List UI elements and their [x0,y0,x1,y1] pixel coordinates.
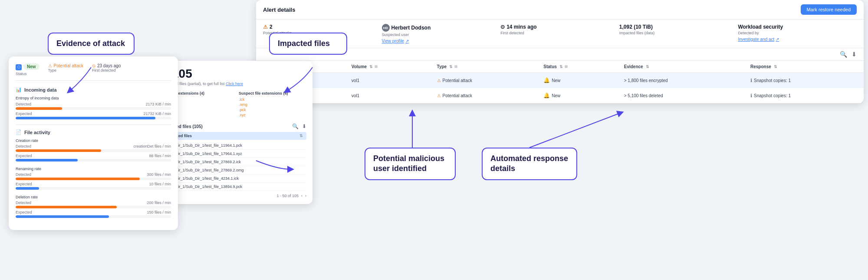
chart-icon: 📊 [16,87,22,92]
middle-panel: ⚠ 105 Impacted files (partial), to get f… [156,61,312,204]
callout-malicious-text: Potential malicioususer identified [373,154,444,173]
sort-icon: ⇅ [299,134,303,138]
left-panel: ⬡ New Status ⚠ Potential attack Type ⊙ 2… [9,56,178,230]
callout-malicious: Potential malicioususer identified [365,148,456,180]
download-toolbar-icon[interactable]: ⬇ [852,51,857,58]
impacted-value: 1,092 (10 TiB) [619,24,731,30]
file-row: /Top_Dir_1/Sub_Dir_1/test_file_13894.9.p… [162,183,306,191]
bell-icon: 🔔 [543,77,550,83]
cell-volume: vol1 [346,88,432,103]
main-container: Evidence of attack Impacted files Potent… [0,0,868,280]
expected-bar-track [16,117,171,119]
attacks-value: ⚠ 2 [263,24,375,30]
status-item: ⬡ New Status [16,63,39,76]
detected-item: ⊙ 23 days ago First detected [92,63,121,76]
impacted-meta-label: Impacted files (data) [619,31,731,35]
suspect-ext-1: .ick [239,97,306,102]
table-row: inc002 vol1 ⚠ Potential attack 🔔 New [256,88,864,103]
entropy-detected-row: Detected 2173 KiB / min [16,102,171,110]
click-here-link[interactable]: Click here [226,82,243,86]
files-list: /Top_Dir_1/Sub_Dir_1/test_file_11964.1.p… [162,142,306,191]
detected-bar-fill [16,107,62,110]
cell-response: ℹ Snapshot copies: 1 [745,73,864,88]
user-value: HD Herbert Dodson [382,24,494,32]
bell-icon: 🔔 [543,92,550,99]
type-item: ⚠ Potential attack Type [48,63,83,76]
renaming-section: Renaming rate Detected 300 files / min E… [16,167,171,190]
panel-header: ⬡ New Status ⚠ Potential attack Type ⊙ 2… [16,63,171,81]
suspect-ext-2: .omg [239,102,306,107]
user-label: Suspected user [382,33,494,37]
first-detected-value: 23 days ago [97,63,121,68]
creation-detected: Detected creationDet files / min [16,144,171,152]
download-icon[interactable]: ⬇ [302,123,306,129]
type-value: Potential attack [54,63,83,68]
files-pagination: 1 - 50 of 105 ‹ › [162,194,306,198]
prev-page-icon[interactable]: ‹ [301,194,302,198]
th-evidence: Evidence ⇅ [619,61,745,73]
file-row: /Top_Dir_1/Sub_Dir_1/test_file_4234.1.ic… [162,175,306,183]
detected-bar-track [16,107,171,110]
cell-type: ⚠ Potential attack [432,73,539,88]
suspect-ext-4: .xyz [239,113,306,117]
search-icon[interactable]: 🔍 [292,123,299,129]
info-icon: ℹ [750,78,752,83]
search-toolbar-icon[interactable]: 🔍 [840,51,847,58]
workload-value: Workload security [738,24,850,30]
callout-automated-text: Automated response details [490,154,568,173]
files-table-header: Impacted files ⇅ [162,132,306,140]
expected-value: 21732 KiB / min [143,112,171,116]
user-meta: HD Herbert Dodson Suspected user View pr… [382,24,501,43]
incoming-data-title: 📊 Incoming data [16,87,171,92]
time-value: ⊙ 14 mins ago [500,24,612,30]
creation-title: Creation rate [16,138,171,143]
expected-bar-fill [16,117,155,119]
files-actions: 🔍 ⬇ [292,123,306,129]
th-volume: Volume ⇅ ⊟ [346,61,432,73]
external-link-icon: ↗ [776,37,779,42]
creation-expected: Expected 88 files / min [16,154,171,161]
view-profile-link[interactable]: View profile ↗ [382,39,494,43]
suspect-ext-3: .pck [239,108,306,112]
pagination-text: 1 - 50 of 105 [276,194,299,198]
snapshot-info: ℹ Snapshot copies: 1 [750,78,858,83]
file-row: /Top_Dir_1/Sub_Dir_1/test_file_27869.2.o… [162,166,306,175]
file-row: /Top_Dir_1/Sub_Dir_1/test_file_27869.2.i… [162,158,306,166]
callout-automated: Automated response details [482,148,577,180]
creation-rate-section: Creation rate Detected creationDet files… [16,138,171,161]
status-badge-new: 🔔 New [543,77,614,83]
th-status: Status ⇅ ⊟ [538,61,619,73]
alert-header: Alert details Mark restore needed [256,0,864,20]
first-detected-label: First detected [92,68,121,72]
detected-value: 2173 KiB / min [145,102,171,106]
deletion-expected: Expected 150 files / min [16,210,171,218]
workload-meta: Workload security Detected by Investigat… [738,24,857,43]
right-panel: Alert details Mark restore needed ⚠ 2 Po… [256,0,864,103]
deletion-detected: Detected 200 files / min [16,201,171,208]
mark-restore-button[interactable]: Mark restore needed [801,4,857,15]
type-icon: ⚠ [437,78,441,83]
type-badge: ⚠ Potential attack [48,63,83,68]
type-icon: ⚠ [437,93,441,98]
alert-meta: ⚠ 2 Potential attacks HD Herbert Dodson … [256,20,864,48]
warning-icon: ⚠ [48,63,52,68]
file-activity-title: 📄 File activity [16,129,171,135]
time-label: First detected [500,31,612,35]
suspect-extensions-col: Suspect file extensions (4) .ick .omg .p… [239,91,306,118]
extensions-row: New file extensions (4) .pck .xyz .ick .… [162,91,306,118]
avatar: HD [382,24,390,32]
cell-type: ⚠ Potential attack [432,88,539,103]
callout-impacted-text: Impacted files [278,39,330,48]
filter-icon: ⊟ [375,65,378,69]
attack-warning-icon: ⚠ [263,24,268,30]
incidents-table: Incident ID ⇅ Volume ⇅ ⊟ Type [256,61,864,103]
investigate-link[interactable]: Investigate and act ↗ [738,37,850,42]
cell-volume: vol1 [346,73,432,88]
divider [16,125,171,125]
next-page-icon[interactable]: › [305,194,306,198]
status-label: Status [16,72,39,76]
th-response: Response ⇅ [745,61,864,73]
entropy-section: Entropy of incoming data Detected 2173 K… [16,96,171,119]
clock-icon: ⊙ [500,24,505,30]
renaming-detected: Detected 300 files / min [16,172,171,180]
